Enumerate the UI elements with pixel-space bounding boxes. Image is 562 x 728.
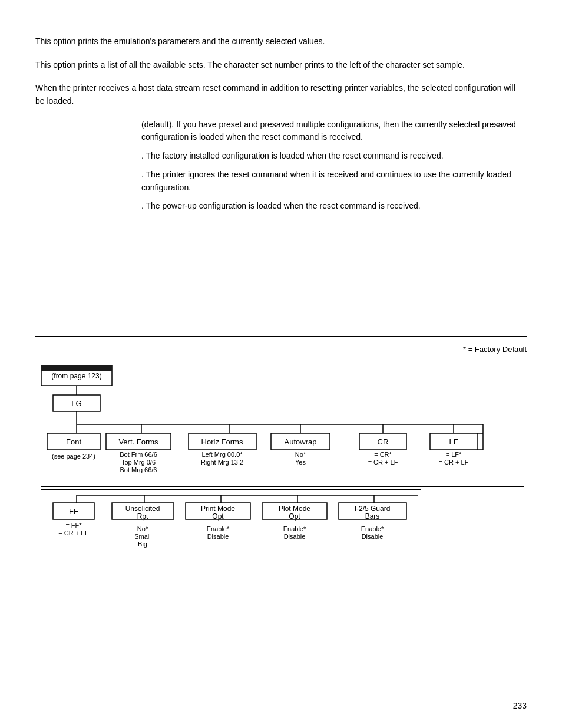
- svg-text:Enable*: Enable*: [207, 525, 230, 532]
- factory-default-label: * = Factory Default: [35, 345, 527, 354]
- svg-text:(from page 123): (from page 123): [51, 372, 101, 380]
- svg-text:= FF*: = FF*: [65, 522, 82, 529]
- indented-paragraph-4: . The power-up configuration is loaded w…: [35, 200, 527, 213]
- svg-text:FF: FF: [69, 507, 78, 516]
- svg-text:No*: No*: [295, 451, 306, 458]
- svg-text:Big: Big: [138, 541, 147, 548]
- svg-text:Disable: Disable: [207, 533, 229, 540]
- paragraph-1: This option prints the emulation's param…: [35, 35, 527, 48]
- svg-text:= LF*: = LF*: [446, 451, 462, 458]
- svg-text:Right Mrg 13.2: Right Mrg 13.2: [201, 459, 243, 466]
- svg-text:I-2/5 Guard: I-2/5 Guard: [355, 505, 391, 513]
- svg-text:= CR + LF: = CR + LF: [439, 459, 469, 466]
- svg-text:LF: LF: [449, 437, 458, 446]
- svg-text:Enable*: Enable*: [361, 525, 384, 532]
- svg-text:Horiz Forms: Horiz Forms: [201, 437, 243, 446]
- svg-text:= CR + FF: = CR + FF: [58, 529, 89, 536]
- svg-text:Font: Font: [66, 437, 81, 446]
- svg-text:(see page 234): (see page 234): [52, 453, 95, 460]
- svg-text:= CR + LF: = CR + LF: [368, 459, 398, 466]
- flow-diagram: (from page 123) LG Font (see page 234) V…: [35, 360, 524, 578]
- svg-text:Opt: Opt: [289, 512, 300, 521]
- svg-text:Bot Frm 66/6: Bot Frm 66/6: [120, 451, 157, 458]
- svg-text:Disable: Disable: [362, 533, 384, 540]
- top-border-line: [35, 18, 527, 18]
- divider-line: [35, 336, 527, 337]
- svg-text:Disable: Disable: [284, 533, 306, 540]
- svg-text:Bot Mrg 66/6: Bot Mrg 66/6: [120, 466, 157, 473]
- svg-text:No*: No*: [137, 525, 148, 532]
- indented-paragraph-2: . The factory installed configuration is…: [35, 150, 527, 163]
- svg-rect-41: [41, 486, 524, 487]
- svg-text:Plot Mode: Plot Mode: [279, 505, 310, 513]
- paragraph-3: When the printer receives a host data st…: [35, 82, 527, 107]
- indented-paragraph-3: . The printer ignores the reset command …: [35, 169, 527, 194]
- svg-text:Enable*: Enable*: [283, 525, 306, 532]
- svg-text:Rpt: Rpt: [137, 512, 148, 521]
- diagram-section: * = Factory Default (from page 123) LG F…: [35, 345, 527, 578]
- svg-text:Yes: Yes: [295, 459, 306, 466]
- content-area: This option prints the emulation's param…: [35, 35, 527, 219]
- svg-text:CR: CR: [378, 437, 389, 446]
- svg-text:= CR*: = CR*: [374, 451, 392, 458]
- paragraph-2: This option prints a list of all the ava…: [35, 59, 527, 72]
- svg-text:Unsolicited: Unsolicited: [125, 505, 160, 513]
- svg-text:Bars: Bars: [365, 512, 380, 521]
- svg-text:Top Mrg 0/6: Top Mrg 0/6: [121, 459, 156, 466]
- svg-text:LG: LG: [71, 399, 81, 408]
- svg-rect-2: [41, 365, 112, 371]
- svg-rect-73: [41, 489, 421, 490]
- page-number: 233: [513, 701, 527, 710]
- svg-text:Autowrap: Autowrap: [285, 437, 317, 446]
- svg-text:Vert. Forms: Vert. Forms: [118, 437, 158, 446]
- svg-text:Small: Small: [134, 533, 151, 540]
- indented-paragraph-1: (default). If you have preset and presav…: [35, 118, 527, 144]
- svg-text:Left Mrg 00.0*: Left Mrg 00.0*: [201, 451, 243, 458]
- svg-text:Opt: Opt: [212, 512, 224, 521]
- svg-text:Print Mode: Print Mode: [201, 505, 235, 513]
